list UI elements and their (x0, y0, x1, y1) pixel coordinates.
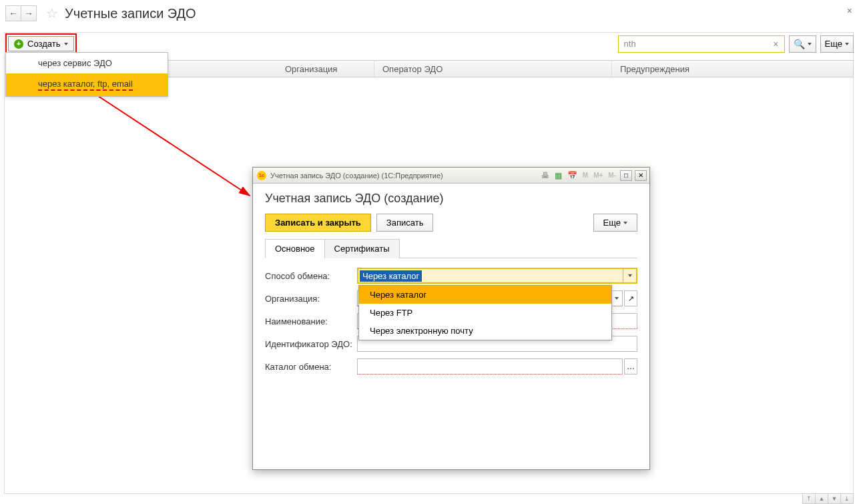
tabs: Основное Сертификаты (265, 238, 637, 258)
caret-down-icon (623, 222, 627, 224)
calendar-icon[interactable]: 📅 (566, 171, 579, 180)
m-button[interactable]: M (581, 172, 589, 179)
scroll-top-button[interactable]: ⤒ (802, 493, 816, 504)
footer-controls: ⤒ ▲ ▼ ⤓ (803, 493, 854, 504)
label-name: Наименование: (265, 316, 357, 326)
dialog-titlebar[interactable]: 1c Учетная запись ЭДО (создание) (1С:Пре… (253, 168, 649, 184)
create-button[interactable]: + Создать (8, 36, 74, 51)
page-title: Учетные записи ЭДО (65, 6, 196, 21)
exchange-method-select[interactable]: Через каталог Через каталог Через FTP Че… (357, 268, 637, 284)
nav-back-button[interactable]: ← (5, 5, 21, 21)
print-icon[interactable]: 🖶 (540, 171, 551, 180)
calc-icon[interactable]: ▦ (553, 171, 563, 180)
more-button-label: Еще (825, 39, 842, 49)
window-maximize-button[interactable]: □ (620, 170, 632, 181)
scroll-down-button[interactable]: ▼ (828, 493, 841, 504)
dialog-more-button[interactable]: Еще (593, 214, 637, 232)
caret-down-icon (64, 43, 68, 45)
table-col-warnings[interactable]: Предупреждения (612, 61, 853, 77)
catalog-field[interactable] (357, 358, 623, 374)
search-input-wrap[interactable]: × (618, 35, 785, 53)
select-dropdown-arrow[interactable] (623, 269, 636, 282)
search-icon: 🔍 (794, 39, 805, 49)
scroll-up-button[interactable]: ▲ (815, 493, 828, 504)
exchange-method-value: Через каталог (360, 270, 422, 282)
search-button[interactable]: 🔍 (789, 35, 816, 53)
onec-icon: 1c (257, 171, 266, 180)
label-organization: Организация: (265, 294, 357, 304)
option-via-catalog[interactable]: Через каталог (359, 286, 611, 304)
tab-certificates[interactable]: Сертификаты (324, 239, 400, 258)
table-col-organization[interactable]: Организация (277, 61, 374, 77)
save-and-close-button[interactable]: Записать и закрыть (265, 214, 371, 232)
organization-open-button[interactable]: ↗ (624, 290, 637, 306)
create-option-label: через каталог, ftp, email (38, 79, 133, 91)
edo-account-dialog: 1c Учетная запись ЭДО (создание) (1С:Пре… (252, 167, 650, 470)
exchange-method-options: Через каталог Через FTP Через электронну… (358, 285, 612, 340)
m-plus-button[interactable]: M+ (592, 172, 604, 179)
catalog-browse-button[interactable]: … (624, 358, 637, 374)
dialog-more-label: Еще (603, 218, 621, 228)
label-catalog: Каталог обмена: (265, 362, 357, 372)
caret-down-icon (845, 43, 849, 45)
option-via-ftp[interactable]: Через FTP (359, 304, 611, 322)
favorite-icon[interactable]: ☆ (46, 5, 58, 21)
dialog-heading: Учетная запись ЭДО (создание) (265, 192, 637, 206)
save-button[interactable]: Записать (376, 214, 434, 232)
nav-forward-button[interactable]: → (21, 5, 37, 21)
table-col-operator[interactable]: Оператор ЭДО (374, 61, 612, 77)
m-minus-button[interactable]: M- (607, 172, 617, 179)
create-button-label: Создать (27, 39, 60, 49)
tab-main[interactable]: Основное (265, 239, 325, 258)
label-edo-id: Идентификатор ЭДО: (265, 339, 357, 349)
caret-down-icon (808, 43, 812, 45)
create-dropdown: через сервис ЭДО через каталог, ftp, ema… (5, 52, 168, 97)
search-input[interactable] (624, 39, 771, 49)
dialog-window-title: Учетная запись ЭДО (создание) (1С:Предпр… (270, 172, 443, 180)
label-exchange-method: Способ обмена: (265, 271, 357, 281)
create-button-highlight: + Создать (5, 33, 77, 54)
create-via-edo-service[interactable]: через сервис ЭДО (6, 53, 168, 73)
create-via-catalog-ftp-email[interactable]: через каталог, ftp, email (6, 73, 168, 96)
window-close-button[interactable]: ✕ (635, 170, 647, 181)
clear-search-icon[interactable]: × (770, 39, 781, 49)
option-via-email[interactable]: Через электронную почту (359, 322, 611, 340)
plus-icon: + (14, 39, 23, 49)
close-icon[interactable]: × (847, 5, 852, 16)
more-button[interactable]: Еще (820, 35, 854, 53)
scroll-bottom-button[interactable]: ⤓ (840, 493, 854, 504)
